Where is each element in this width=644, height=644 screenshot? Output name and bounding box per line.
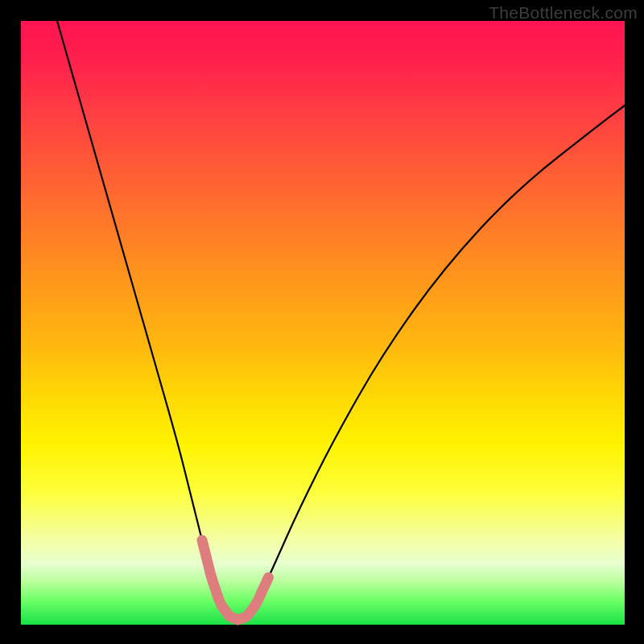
highlight-stroke bbox=[202, 540, 269, 620]
outer-black-frame: TheBottleneck.com bbox=[0, 0, 644, 644]
bottleneck-curve bbox=[57, 21, 625, 619]
watermark-text: TheBottleneck.com bbox=[489, 3, 638, 23]
curve-layer bbox=[21, 21, 625, 625]
gradient-plot-area bbox=[21, 21, 625, 625]
